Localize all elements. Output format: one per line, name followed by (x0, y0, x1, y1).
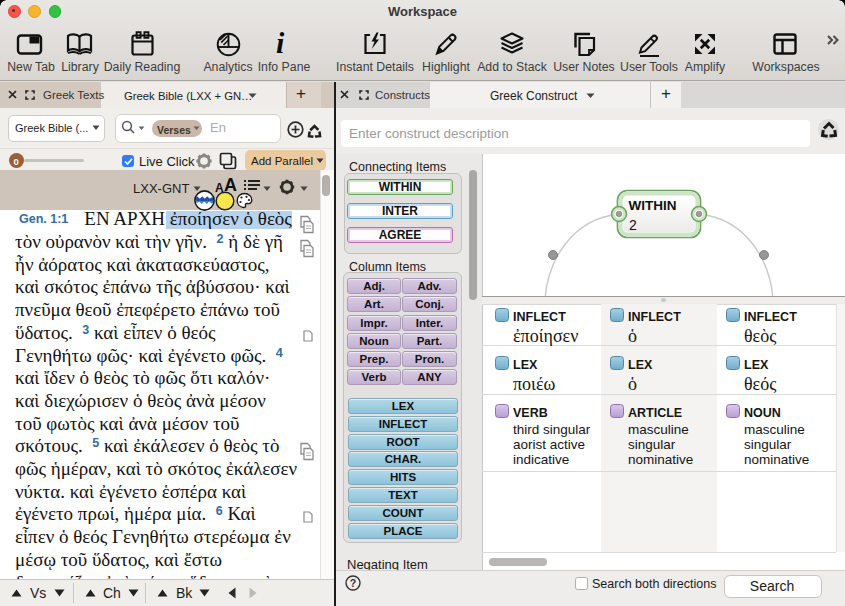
svg-text:2: 2 (629, 217, 637, 233)
svg-text:?: ? (350, 577, 356, 589)
svg-text:WITHIN: WITHIN (629, 198, 677, 213)
